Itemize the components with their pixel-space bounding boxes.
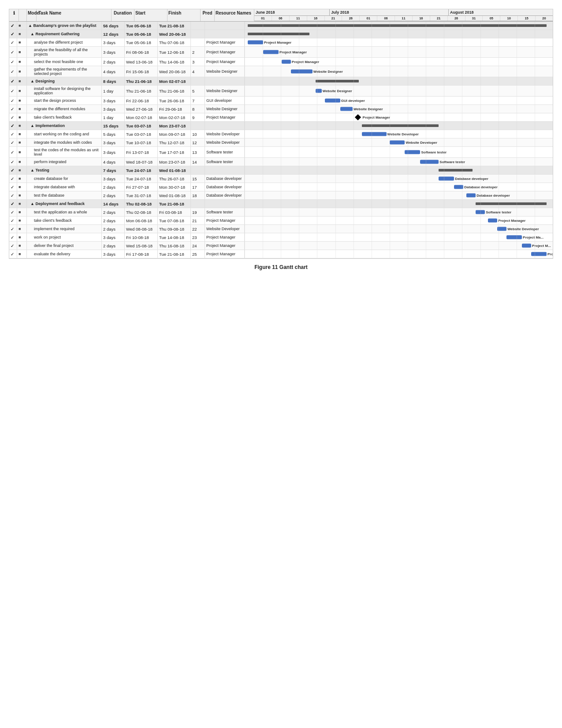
row-pred: 10 bbox=[191, 130, 205, 138]
row-task-name: work on project bbox=[27, 233, 102, 241]
col-header-resource: Resource Names bbox=[215, 9, 254, 21]
row-resource: Website Designer bbox=[205, 105, 245, 113]
row-chart-cell: Pro... bbox=[245, 250, 553, 258]
row-start: Fri 13-07-18 bbox=[125, 147, 158, 157]
row-finish: Wed 01-08-18 bbox=[158, 191, 191, 199]
row-finish: Tue 21-08-18 bbox=[158, 22, 191, 30]
row-start: Wed 15-08-18 bbox=[125, 242, 158, 250]
row-pred bbox=[191, 122, 205, 130]
row-finish: Wed 01-08-18 bbox=[158, 166, 191, 174]
row-task-name: select the most feasible one bbox=[27, 58, 102, 66]
gantt-bar bbox=[340, 107, 353, 111]
col-header-mode: ℹ bbox=[9, 9, 19, 21]
table-row: ✓■deliver the final project2 daysWed 15-… bbox=[9, 242, 553, 250]
row-duration: 2 days bbox=[102, 217, 125, 224]
gantt-bar bbox=[476, 202, 547, 205]
row-duration: 2 days bbox=[102, 183, 125, 191]
table-row: ✓■▲ Requirement Gathering12 daysTue 05-0… bbox=[9, 30, 553, 38]
table-row: ✓■work on project3 daysFri 10-08-18Tue 1… bbox=[9, 233, 553, 242]
row-mode: ■ bbox=[17, 183, 27, 191]
gantt-bar bbox=[476, 210, 485, 214]
row-task-name: implement the required bbox=[27, 225, 102, 233]
row-start: Mon 06-08-18 bbox=[125, 217, 158, 224]
row-mode: ■ bbox=[17, 30, 27, 38]
row-mode: ■ bbox=[17, 217, 27, 224]
row-duration: 2 days bbox=[102, 225, 125, 233]
row-duration: 3 days bbox=[102, 147, 125, 157]
row-resource: Project Manager bbox=[205, 47, 245, 57]
row-finish: Thu 14-06-18 bbox=[158, 58, 191, 66]
row-pred: 18 bbox=[191, 191, 205, 199]
row-pred: 19 bbox=[191, 208, 205, 216]
row-finish: Tue 14-08-18 bbox=[158, 233, 191, 241]
table-row: ✓■install software for designing the app… bbox=[9, 86, 553, 97]
row-mode: ■ bbox=[17, 113, 27, 121]
row-finish: Thu 07-06-18 bbox=[158, 38, 191, 46]
row-pred: 9 bbox=[191, 113, 205, 121]
row-mode: ■ bbox=[17, 122, 27, 130]
row-check: ✓ bbox=[9, 250, 17, 258]
row-resource: Website Developer bbox=[205, 138, 245, 146]
row-task-name: evaluate the delivery bbox=[27, 250, 102, 258]
row-task-name: perform integrated bbox=[27, 158, 102, 166]
bar-label: Project Manager bbox=[291, 60, 319, 64]
table-row: ✓■▲ Deployment and feedback14 daysThu 02… bbox=[9, 200, 553, 208]
row-resource: Software tester bbox=[205, 147, 245, 157]
row-check: ✓ bbox=[9, 58, 17, 66]
gantt-bar bbox=[439, 177, 454, 181]
gantt-bar bbox=[282, 60, 291, 64]
bar-label: Project Manager bbox=[279, 50, 307, 54]
row-task-name: gather the requirements of the selected … bbox=[27, 66, 102, 77]
row-finish: Wed 20-06-18 bbox=[158, 66, 191, 77]
row-task-name: ▲ Deployment and feedback bbox=[27, 200, 102, 208]
row-check: ✓ bbox=[9, 30, 17, 38]
row-finish: Mon 02-07-18 bbox=[158, 113, 191, 121]
row-task-name: start the design process bbox=[27, 97, 102, 105]
row-chart-cell bbox=[245, 22, 553, 30]
table-row: ✓■test the database2 daysTue 31-07-18Wed… bbox=[9, 191, 553, 200]
row-pred: 25 bbox=[191, 250, 205, 258]
row-task-name: test the codes of the modules as unit le… bbox=[27, 147, 102, 157]
gantt-bar bbox=[531, 252, 547, 256]
row-resource: Software tester bbox=[205, 208, 245, 216]
col-header-pred: Pred bbox=[201, 9, 215, 21]
gantt-bar bbox=[506, 235, 522, 239]
row-chart-cell: Project Manager bbox=[245, 217, 553, 224]
row-check: ✓ bbox=[9, 191, 17, 199]
row-finish: Fri 29-06-18 bbox=[158, 105, 191, 113]
row-chart-cell: Project Manager bbox=[245, 47, 553, 57]
bar-label: Database developer bbox=[463, 185, 498, 189]
row-mode: ■ bbox=[17, 242, 27, 250]
gantt-bar bbox=[291, 70, 313, 74]
bar-label: Project Manager bbox=[362, 116, 390, 119]
row-task-name: analyse the different project bbox=[27, 38, 102, 46]
row-task-name: ▲ Implementation bbox=[27, 122, 102, 130]
row-chart-cell: Software tester bbox=[245, 158, 553, 166]
row-duration: 3 days bbox=[102, 175, 125, 183]
page-container: ℹ Mode Task Name Duration Start Finish P… bbox=[9, 9, 553, 270]
gantt-header: ℹ Mode Task Name Duration Start Finish P… bbox=[9, 9, 553, 22]
row-pred bbox=[191, 22, 205, 30]
gantt-bar bbox=[405, 150, 420, 154]
row-check: ✓ bbox=[9, 113, 17, 121]
row-task-name: create database for bbox=[27, 175, 102, 183]
row-resource: GUI developer bbox=[205, 97, 245, 105]
gantt-bar bbox=[497, 227, 506, 231]
row-resource: Project Manager bbox=[205, 217, 245, 224]
gantt-bar bbox=[362, 132, 387, 136]
table-row: ✓■start the design process3 daysFri 22-0… bbox=[9, 97, 553, 105]
row-check: ✓ bbox=[9, 158, 17, 166]
row-resource bbox=[205, 77, 245, 85]
row-finish: Mon 09-07-18 bbox=[158, 130, 191, 138]
row-chart-cell: GUI developer bbox=[245, 97, 553, 105]
row-check: ✓ bbox=[9, 66, 17, 77]
row-resource: Project Manager bbox=[205, 113, 245, 121]
row-chart-cell: Project M... bbox=[245, 242, 553, 250]
row-pred bbox=[191, 200, 205, 208]
row-pred: 21 bbox=[191, 217, 205, 224]
row-start: Thu 02-08-18 bbox=[125, 208, 158, 216]
gantt-bar bbox=[522, 244, 531, 248]
row-mode: ■ bbox=[17, 158, 27, 166]
row-duration: 56 days bbox=[102, 22, 125, 30]
row-pred: 5 bbox=[191, 86, 205, 96]
